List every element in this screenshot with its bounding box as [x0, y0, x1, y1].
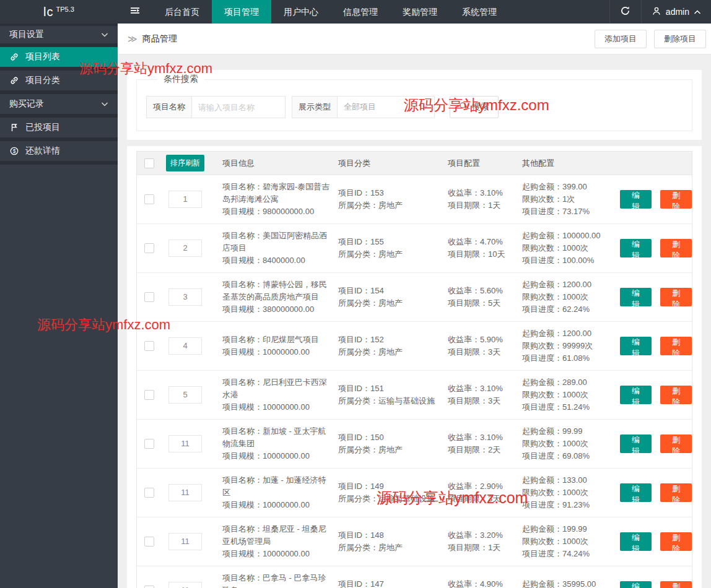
table-row: 4 项目名称：印尼煤层气项目 项目规模：10000000.00 项目ID：152…: [137, 322, 692, 371]
project-rate: 收益率：3.20%: [448, 529, 516, 542]
refresh-button[interactable]: [609, 0, 642, 24]
project-name-input[interactable]: [191, 96, 286, 118]
project-scale: 项目规模：8400000.00: [222, 254, 332, 267]
delete-button[interactable]: 删除: [660, 337, 692, 355]
row-checkbox[interactable]: [144, 341, 154, 351]
table-row: 5 项目名称：尼日利亚巴卡西深水港 项目规模：10000000.00 项目ID：…: [137, 371, 692, 420]
hamburger-icon: [130, 6, 140, 18]
sort-order-input[interactable]: 5: [168, 386, 202, 404]
topnav-item-5[interactable]: 奖励管理: [390, 0, 450, 24]
edit-button[interactable]: 编辑: [620, 288, 652, 306]
project-rate: 收益率：4.90%: [448, 578, 516, 588]
header-project-info: 项目信息: [209, 158, 332, 169]
flag-icon: [9, 123, 19, 132]
row-checkbox[interactable]: [144, 439, 154, 449]
row-checkbox[interactable]: [144, 194, 154, 204]
sort-order-input[interactable]: 3: [168, 288, 202, 306]
progress: 项目进度：100.00%: [522, 254, 614, 267]
sidebar-item-label: 还款详情: [25, 145, 60, 157]
delete-project-button[interactable]: 删除项目: [654, 30, 706, 48]
sidebar-item-5[interactable]: 已投项目: [0, 118, 118, 141]
row-checkbox[interactable]: [144, 292, 154, 302]
delete-button[interactable]: 删除: [660, 190, 692, 209]
delete-button[interactable]: 删除: [660, 532, 692, 551]
progress: 项目进度：73.17%: [522, 205, 614, 218]
delete-button[interactable]: 删除: [660, 386, 692, 404]
purchase-limit: 限购次数：1000次: [522, 291, 614, 303]
breadcrumb: ≫ 商品管理 添加项目 删除项目: [118, 24, 711, 54]
project-id: 项目ID：150: [338, 431, 442, 444]
project-name: 项目名称：坦桑尼亚 - 坦桑尼亚机场管理局: [222, 523, 332, 548]
edit-button[interactable]: 编辑: [620, 435, 652, 453]
table-body: 1 项目名称：碧海家园-泰国普吉岛邦涛海滩公寓 项目规模：980000000.0…: [137, 175, 692, 588]
topnav: 后台首页项目管理用户中心信息管理奖励管理系统管理: [152, 0, 509, 24]
progress: 项目进度：62.24%: [522, 303, 614, 316]
sort-order-input[interactable]: 11: [168, 533, 202, 550]
min-amount: 起购金额：99.99: [522, 425, 614, 438]
purchase-limit: 限购次数：99999次: [522, 340, 614, 352]
min-amount: 起购金额：133.00: [522, 474, 614, 486]
delete-button[interactable]: 删除: [660, 239, 692, 257]
project-category: 所属分类：房地产: [338, 199, 442, 212]
edit-button[interactable]: 编辑: [620, 337, 652, 355]
sidebar-item-4[interactable]: 购买记录: [0, 94, 118, 118]
project-scale: 项目规模：980000000.00: [222, 205, 332, 218]
row-checkbox[interactable]: [144, 586, 154, 588]
delete-button[interactable]: 删除: [660, 483, 692, 502]
sort-order-input[interactable]: 11: [168, 582, 202, 588]
table-row: 1 项目名称：碧海家园-泰国普吉岛邦涛海滩公寓 项目规模：980000000.0…: [137, 175, 692, 224]
sidebar-collapse-button[interactable]: [118, 0, 152, 24]
progress: 项目进度：91.23%: [522, 499, 614, 511]
delete-button[interactable]: 删除: [660, 288, 692, 306]
display-type-label: 展示类型: [292, 96, 337, 118]
sidebar-item-label: 项目列表: [25, 51, 60, 63]
edit-button[interactable]: 编辑: [620, 581, 652, 588]
row-checkbox[interactable]: [144, 243, 154, 253]
sort-order-input[interactable]: 4: [168, 337, 202, 355]
project-name: 项目名称：碧海家园-泰国普吉岛邦涛海滩公寓: [222, 181, 332, 205]
edit-button[interactable]: 编辑: [620, 483, 652, 502]
edit-button[interactable]: 编辑: [620, 532, 652, 551]
progress: 项目进度：69.08%: [522, 450, 614, 462]
edit-button[interactable]: 编辑: [620, 239, 652, 257]
min-amount: 起购金额：1200.00: [522, 327, 614, 340]
link-icon: [9, 52, 19, 62]
topnav-item-6[interactable]: 系统管理: [450, 0, 509, 24]
topnav-item-4[interactable]: 信息管理: [331, 0, 390, 24]
sort-order-input[interactable]: 11: [168, 484, 202, 501]
edit-button[interactable]: 编辑: [620, 386, 652, 404]
display-type-select[interactable]: 全部项目: [337, 96, 435, 118]
row-checkbox[interactable]: [144, 537, 154, 547]
add-project-button[interactable]: 添加项目: [595, 30, 647, 48]
project-category: 所属分类：运输与基础设施: [338, 493, 442, 505]
search-button[interactable]: 搜索: [450, 96, 499, 118]
sort-refresh-button[interactable]: 排序刷新: [166, 155, 204, 171]
admin-menu[interactable]: admin: [642, 0, 711, 24]
purchase-limit: 限购次数：1000次: [522, 486, 614, 499]
project-term: 项目期限：10天: [448, 248, 516, 261]
sort-order-input[interactable]: 1: [168, 191, 202, 208]
project-id: 项目ID：148: [338, 529, 442, 542]
sidebar-item-1[interactable]: 项目设置: [0, 24, 118, 47]
table-row: 11 项目名称：巴拿马 - 巴拿马珍珠岛 项目规模：10000000.00 项目…: [137, 566, 692, 588]
topnav-item-3[interactable]: 用户中心: [271, 0, 331, 24]
topnav-item-1[interactable]: 后台首页: [152, 0, 212, 24]
row-checkbox[interactable]: [144, 488, 154, 498]
user-icon: [652, 6, 661, 18]
select-all-checkbox[interactable]: [144, 158, 154, 168]
dollar-icon: $: [9, 146, 19, 156]
delete-button[interactable]: 删除: [660, 435, 692, 453]
delete-button[interactable]: 删除: [660, 581, 692, 588]
sort-order-input[interactable]: 2: [168, 240, 202, 257]
min-amount: 起购金额：199.99: [522, 523, 614, 535]
project-name-group: 项目名称: [146, 96, 286, 118]
sidebar-item-2[interactable]: 项目列表: [0, 47, 118, 71]
row-checkbox[interactable]: [144, 390, 154, 400]
sidebar-item-6[interactable]: $还款详情: [0, 141, 118, 165]
sort-order-input[interactable]: 11: [168, 435, 202, 452]
topnav-item-2[interactable]: 项目管理: [212, 0, 271, 24]
progress: 项目进度：51.24%: [522, 401, 614, 413]
edit-button[interactable]: 编辑: [620, 190, 652, 209]
table-row: 2 项目名称：美国迈阿密精品酒店项目 项目规模：8400000.00 项目ID：…: [137, 224, 692, 273]
sidebar-item-3[interactable]: 项目分类: [0, 71, 118, 94]
